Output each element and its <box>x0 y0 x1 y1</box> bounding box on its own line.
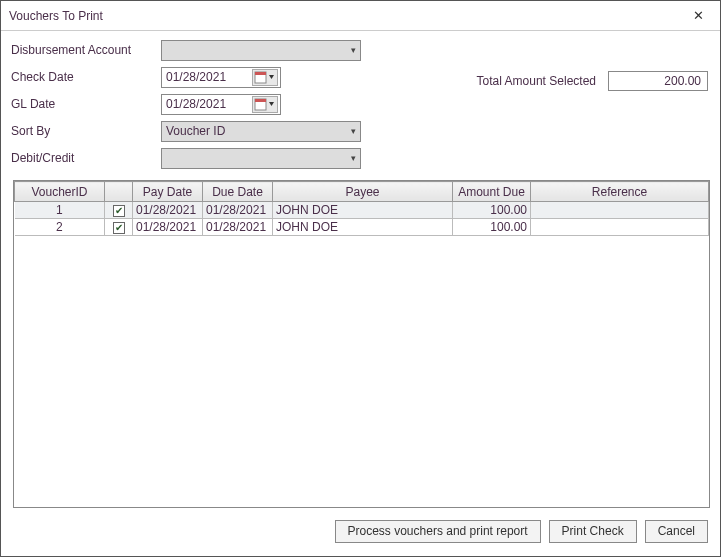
debit-credit-label: Debit/Credit <box>11 151 161 165</box>
cancel-button[interactable]: Cancel <box>645 520 708 543</box>
gl-date-value: 01/28/2021 <box>166 97 226 111</box>
cell-payee: JOHN DOE <box>273 202 453 219</box>
header-check[interactable] <box>105 182 133 202</box>
header-pay-date[interactable]: Pay Date <box>133 182 203 202</box>
check-date-value: 01/28/2021 <box>166 70 226 84</box>
cell-voucher-id: 1 <box>15 202 105 219</box>
close-icon[interactable]: ✕ <box>684 6 712 26</box>
vouchers-table: VoucherID Pay Date Due Date Payee Amount… <box>14 181 709 236</box>
checkbox-icon[interactable]: ✔ <box>113 205 125 217</box>
header-voucher-id[interactable]: VoucherID <box>15 182 105 202</box>
sort-by-dropdown[interactable]: Voucher ID ▾ <box>161 121 361 142</box>
window-title: Vouchers To Print <box>9 9 684 23</box>
gl-date-field[interactable]: 01/28/2021 <box>161 94 281 115</box>
cell-due-date: 01/28/2021 <box>203 219 273 236</box>
cell-voucher-id: 2 <box>15 219 105 236</box>
check-date-label: Check Date <box>11 70 161 84</box>
cell-checkbox[interactable]: ✔ <box>105 219 133 236</box>
checkbox-icon[interactable]: ✔ <box>113 222 125 234</box>
gl-date-label: GL Date <box>11 97 161 111</box>
total-amount-label: Total Amount Selected <box>477 74 596 88</box>
titlebar: Vouchers To Print ✕ <box>1 1 720 31</box>
total-amount-field: 200.00 <box>608 71 708 91</box>
sort-by-value: Voucher ID <box>166 124 225 138</box>
cell-amount: 100.00 <box>453 219 531 236</box>
table-row[interactable]: 2✔01/28/202101/28/2021JOHN DOE100.00 <box>15 219 709 236</box>
vouchers-to-print-window: Vouchers To Print ✕ Disbursement Account… <box>0 0 721 557</box>
header-due-date[interactable]: Due Date <box>203 182 273 202</box>
header-amount[interactable]: Amount Due <box>453 182 531 202</box>
table-header-row: VoucherID Pay Date Due Date Payee Amount… <box>15 182 709 202</box>
cell-reference <box>531 219 709 236</box>
vouchers-grid: VoucherID Pay Date Due Date Payee Amount… <box>13 180 710 508</box>
cell-due-date: 01/28/2021 <box>203 202 273 219</box>
svg-rect-3 <box>255 99 266 102</box>
total-amount-group: Total Amount Selected 200.00 <box>477 71 708 91</box>
check-date-field[interactable]: 01/28/2021 <box>161 67 281 88</box>
form-area: Disbursement Account ▾ Total Amount Sele… <box>1 31 720 176</box>
svg-rect-1 <box>255 72 266 75</box>
table-row[interactable]: 1✔01/28/202101/28/2021JOHN DOE100.00 <box>15 202 709 219</box>
process-vouchers-button[interactable]: Process vouchers and print report <box>335 520 541 543</box>
chevron-down-icon: ▾ <box>351 126 356 136</box>
cell-reference <box>531 202 709 219</box>
calendar-picker-icon[interactable] <box>252 69 278 86</box>
cell-pay-date: 01/28/2021 <box>133 219 203 236</box>
cell-amount: 100.00 <box>453 202 531 219</box>
cell-payee: JOHN DOE <box>273 219 453 236</box>
chevron-down-icon: ▾ <box>351 153 356 163</box>
disbursement-account-label: Disbursement Account <box>11 43 161 57</box>
debit-credit-dropdown[interactable]: ▾ <box>161 148 361 169</box>
calendar-picker-icon[interactable] <box>252 96 278 113</box>
sort-by-label: Sort By <box>11 124 161 138</box>
cell-checkbox[interactable]: ✔ <box>105 202 133 219</box>
chevron-down-icon: ▾ <box>351 45 356 55</box>
header-payee[interactable]: Payee <box>273 182 453 202</box>
footer: Process vouchers and print report Print … <box>1 514 720 556</box>
disbursement-account-dropdown[interactable]: ▾ <box>161 40 361 61</box>
print-check-button[interactable]: Print Check <box>549 520 637 543</box>
cell-pay-date: 01/28/2021 <box>133 202 203 219</box>
header-reference[interactable]: Reference <box>531 182 709 202</box>
